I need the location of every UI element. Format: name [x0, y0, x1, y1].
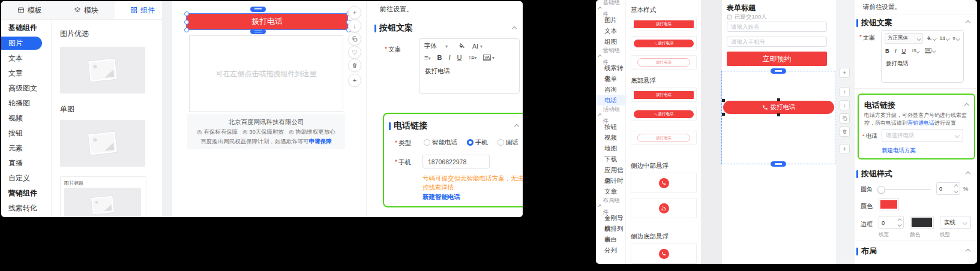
step-up-icon[interactable] — [954, 185, 958, 188]
tab-template[interactable]: 模板 — [1, 1, 58, 19]
sidebar-item-advanced-imagetext[interactable]: 高级图文 — [1, 81, 51, 96]
phone-select[interactable]: 请选择电话 — [882, 129, 963, 142]
italic-button[interactable]: I — [448, 54, 450, 61]
favorite-button[interactable]: ♡ — [348, 46, 361, 59]
line-height-menu[interactable]: ↕≡ — [911, 48, 919, 53]
sidebar-item-custom[interactable]: 自定义 — [1, 171, 51, 186]
sample-bottom-rect[interactable]: 拨打电话 — [631, 88, 697, 102]
resize-handle[interactable] — [777, 98, 780, 101]
duplicate-button[interactable] — [840, 113, 850, 124]
letter-spacing-menu[interactable]: VA — [925, 48, 936, 53]
sidebar-item-form[interactable]: 表单 — [596, 73, 625, 84]
sidebar-item-carousel[interactable]: 轮播图 — [1, 96, 51, 111]
collapse-chevron-icon[interactable] — [964, 103, 969, 108]
border-width-input[interactable]: 0 — [879, 216, 904, 229]
sidebar-item-live[interactable]: 直播 — [1, 156, 51, 171]
radius-input[interactable]: 0 — [936, 182, 960, 195]
sidebar-group-basic[interactable]: 基础组件 — [596, 2, 625, 14]
fill-color-menu[interactable] — [927, 36, 936, 41]
call-button-component[interactable]: 拨打电话 — [723, 101, 834, 114]
delete-button[interactable] — [840, 127, 850, 137]
resize-handle[interactable] — [184, 20, 189, 25]
font-size-select[interactable]: 14 — [940, 35, 949, 41]
bold-button[interactable]: B — [885, 47, 889, 54]
single-image-thumbnail[interactable] — [60, 120, 145, 167]
align-menu[interactable]: ≡ — [952, 35, 959, 41]
form-phone-input[interactable] — [727, 37, 827, 47]
sidebar-item-map[interactable]: 地图 — [596, 143, 625, 153]
font-family-select[interactable]: 方正黑体 — [885, 33, 923, 44]
create-phone-plan-link[interactable]: 新建电话方案 — [882, 147, 916, 155]
move-up-button[interactable]: ↑ — [840, 87, 850, 97]
marketing-phone-link[interactable]: 营销通电话 — [907, 120, 934, 126]
add-below-button[interactable]: + — [348, 74, 361, 87]
sidebar-item-element[interactable]: 元素 — [1, 141, 51, 156]
bold-button[interactable]: B — [437, 54, 442, 61]
sidebar-item-app-info[interactable]: 应用信息 — [596, 164, 625, 175]
sidebar-item-countdown[interactable]: 倒计时 — [596, 175, 625, 186]
image-preferred-thumbnail[interactable] — [60, 47, 145, 94]
radio-smart-phone[interactable]: 智能电话 — [424, 138, 457, 147]
sample-side-mid-circle[interactable] — [631, 173, 697, 193]
radio-mobile[interactable]: 手机 — [467, 138, 488, 147]
line-height-menu[interactable]: ↕≡▾ — [468, 55, 476, 61]
create-smart-phone-link[interactable]: 新建智能电话 — [422, 193, 460, 201]
ai-menu[interactable]: AI▾ — [472, 43, 482, 50]
sample-side-mid-circle-label[interactable]: 电话 — [631, 198, 697, 218]
sample-side-bottom-circle[interactable] — [631, 243, 697, 264]
resize-handle[interactable] — [722, 99, 725, 102]
italic-button[interactable]: I — [895, 47, 897, 54]
sidebar-item-columns[interactable]: 分列 — [596, 245, 625, 255]
sidebar-item-button[interactable]: 按钮 — [1, 126, 51, 141]
underline-button[interactable]: U — [902, 47, 906, 54]
sidebar-item-text[interactable]: 文本 — [1, 51, 51, 66]
sidebar-item-consult[interactable]: 咨询 — [596, 84, 625, 95]
sidebar-item-video[interactable]: 视频 — [596, 132, 625, 143]
add-above-button[interactable]: + — [348, 6, 361, 19]
fill-color-icon[interactable] — [458, 43, 465, 50]
sample-bottom-pill[interactable]: 拨打电话 — [631, 107, 697, 121]
resize-handle[interactable] — [722, 113, 725, 116]
resize-handle[interactable] — [184, 11, 189, 16]
drag-handle-bottom[interactable] — [250, 29, 266, 34]
step-down-icon[interactable] — [954, 189, 958, 192]
letter-spacing-menu[interactable]: VA▾ — [483, 55, 495, 61]
sample-basic-rect[interactable]: 拨打电话 — [631, 17, 697, 31]
font-family-select[interactable]: 字体▾ — [424, 42, 448, 50]
underline-button[interactable]: U — [457, 54, 461, 61]
collapse-chevron-icon[interactable] — [966, 20, 970, 25]
collapse-chevron-icon[interactable] — [512, 26, 517, 31]
sample-basic-pill[interactable]: 拨打电话 — [631, 36, 697, 50]
drag-handle-top[interactable] — [250, 7, 266, 12]
sidebar-item-grid-nav[interactable]: 金刚导航 — [596, 212, 625, 223]
border-style-select[interactable]: 实线 — [940, 216, 971, 229]
collapse-chevron-icon[interactable] — [514, 124, 519, 129]
call-button-component[interactable]: 拨打电话 — [186, 13, 348, 30]
form-submit-button[interactable]: 立即预约 — [727, 52, 827, 66]
move-down-button[interactable]: ↓ — [840, 100, 850, 110]
sidebar-group-layout[interactable]: 布局组件 — [596, 200, 625, 212]
drag-handle-top[interactable] — [771, 68, 786, 74]
delete-button[interactable] — [348, 59, 361, 72]
sidebar-group-activity[interactable]: 活动组件 — [596, 109, 625, 121]
sidebar-item-lead-conversion[interactable]: 线索转化 — [596, 62, 625, 73]
add-below-button[interactable]: + — [840, 144, 850, 154]
collapse-chevron-icon[interactable] — [966, 171, 970, 176]
collapse-chevron-icon[interactable] — [966, 249, 970, 254]
move-down-button[interactable]: ↓ — [348, 19, 361, 32]
sidebar-item-spacer[interactable]: 留白 — [596, 234, 625, 245]
form-name-input[interactable] — [727, 22, 827, 32]
button-color-swatch[interactable] — [879, 198, 899, 210]
sidebar-item-download[interactable]: 下载 — [596, 153, 625, 164]
border-color-swatch[interactable] — [910, 216, 934, 229]
sidebar-item-article[interactable]: 文章 — [1, 66, 51, 81]
align-menu[interactable]: ≡▾ — [424, 54, 430, 61]
sidebar-item-video[interactable]: 视频 — [1, 111, 51, 126]
sidebar-group-marketing[interactable]: 营销组件 — [596, 50, 625, 62]
mobile-number-input[interactable] — [422, 155, 490, 168]
button-text-input[interactable]: 拨打电话 — [882, 56, 963, 71]
radius-slider-handle[interactable] — [877, 186, 885, 194]
radius-slider-track[interactable] — [880, 189, 931, 190]
sample-basic-outline[interactable]: 拨打电话 — [631, 55, 697, 70]
sidebar-item-horizontal-list[interactable]: 横排列表 — [596, 223, 625, 234]
